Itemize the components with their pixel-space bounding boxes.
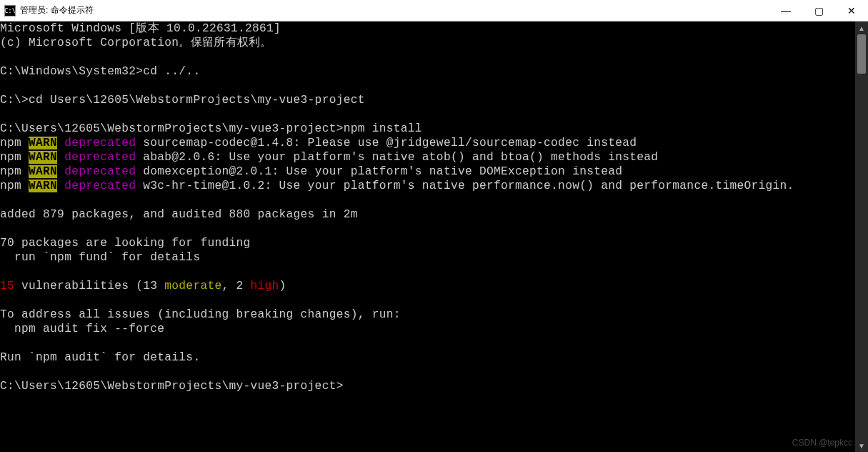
window-titlebar: C:\ 管理员: 命令提示符 — ▢ ✕ <box>0 0 868 21</box>
warn3-message: domexception@2.0.1: Use your platform's … <box>136 165 622 178</box>
npm-label: npm <box>0 180 29 192</box>
watermark-text: CSDN @tepkcc <box>792 438 852 448</box>
line-npm-install: C:\Users\12605\WebstormProjects\my-vue3-… <box>0 122 422 135</box>
line-copyright: (c) Microsoft Corporation。保留所有权利。 <box>0 36 272 49</box>
scroll-thumb[interactable] <box>857 34 866 74</box>
vuln-moderate: moderate <box>164 280 221 293</box>
minimize-button[interactable]: — <box>769 0 802 21</box>
scroll-down-icon[interactable]: ▼ <box>855 439 868 452</box>
maximize-button[interactable]: ▢ <box>802 0 835 21</box>
vuln-text: ) <box>279 280 286 293</box>
window-controls: — ▢ ✕ <box>769 0 868 21</box>
vuln-high: high <box>251 280 279 293</box>
warn-tag: WARN <box>29 165 57 178</box>
vertical-scrollbar[interactable]: ▲ ▼ <box>855 21 868 452</box>
line-funding1: 70 packages are looking for funding <box>0 237 251 250</box>
line-added: added 879 packages, and audited 880 pack… <box>0 208 358 221</box>
deprecated-label: deprecated <box>57 180 136 192</box>
line-cd1: C:\Windows\System32>cd ../.. <box>0 65 200 78</box>
warn2-message: abab@2.0.6: Use your platform's native a… <box>136 151 658 164</box>
warn-tag: WARN <box>29 180 57 192</box>
scroll-up-icon[interactable]: ▲ <box>855 21 868 34</box>
terminal-container: Microsoft Windows [版本 10.0.22631.2861] (… <box>0 21 868 452</box>
deprecated-label: deprecated <box>57 137 136 149</box>
line-address2: npm audit fix --force <box>0 323 164 335</box>
warn4-message: w3c-hr-time@1.0.2: Use your platform's n… <box>136 180 794 192</box>
line-funding2: run `npm fund` for details <box>0 251 200 264</box>
line-cd2: C:\>cd Users\12605\WebstormProjects\my-v… <box>0 94 365 107</box>
close-button[interactable]: ✕ <box>835 0 868 21</box>
vuln-text: , 2 <box>221 280 250 293</box>
warn-tag: WARN <box>29 151 57 164</box>
window-title: 管理员: 命令提示符 <box>20 4 769 16</box>
npm-label: npm <box>0 137 29 149</box>
vuln-text: vulnerabilities (13 <box>14 280 164 293</box>
vuln-count: 15 <box>0 280 14 293</box>
line-prompt: C:\Users\12605\WebstormProjects\my-vue3-… <box>0 380 344 393</box>
line-version: Microsoft Windows [版本 10.0.22631.2861] <box>0 22 281 35</box>
deprecated-label: deprecated <box>57 165 136 178</box>
terminal-output[interactable]: Microsoft Windows [版本 10.0.22631.2861] (… <box>0 21 855 452</box>
scroll-track[interactable] <box>855 34 868 439</box>
npm-label: npm <box>0 151 29 164</box>
cmd-icon: C:\ <box>4 5 16 16</box>
line-address1: To address all issues (including breakin… <box>0 308 401 321</box>
deprecated-label: deprecated <box>57 151 136 164</box>
npm-label: npm <box>0 165 29 178</box>
line-audit: Run `npm audit` for details. <box>0 351 200 364</box>
warn1-message: sourcemap-codec@1.4.8: Please use @jridg… <box>136 137 637 149</box>
warn-tag: WARN <box>29 137 57 149</box>
